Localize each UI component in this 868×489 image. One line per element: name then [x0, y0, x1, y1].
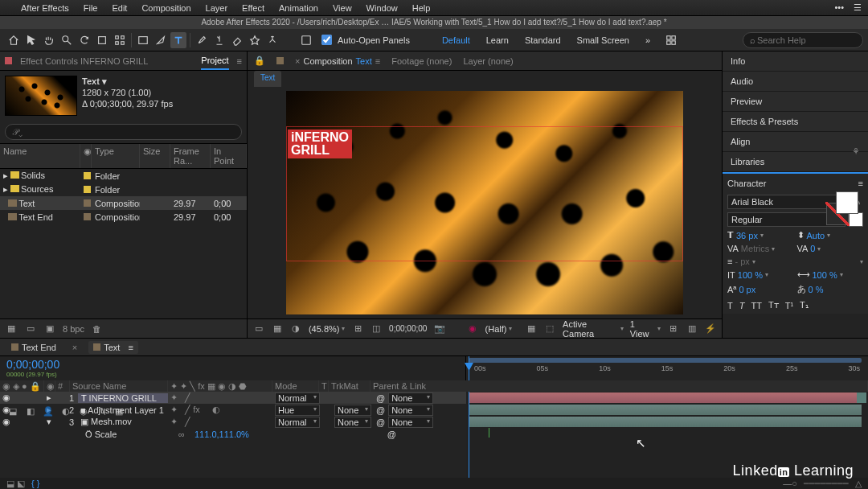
mode-dropdown[interactable]: Hue▾	[275, 405, 320, 416]
project-search-input[interactable]	[10, 126, 236, 138]
property-row[interactable]: Ö Scale ∞ 111.0,111.0% @	[0, 428, 466, 440]
tsume-value[interactable]: 0 %	[809, 285, 824, 294]
zoom-in-icon[interactable]: △	[855, 479, 862, 489]
layer-row[interactable]: ◉ ▸ 1 T INFERNO GRILL ✦ ╱ Normal▾ @None▾	[0, 392, 466, 404]
rect-tool-icon[interactable]	[135, 32, 151, 48]
always-preview-icon[interactable]: ▭	[252, 323, 264, 335]
timeline-tab[interactable]: Text≡	[88, 341, 138, 354]
app-name[interactable]: After Effects	[21, 3, 69, 13]
asset-row[interactable]: ▸ Sources Folder	[0, 183, 247, 196]
graph-editor-icon[interactable]: 〽	[95, 405, 108, 417]
faux-italic-icon[interactable]: T	[739, 301, 745, 310]
layer-track[interactable]	[469, 392, 862, 403]
workspace-learn[interactable]: Learn	[478, 35, 517, 45]
lock-icon[interactable]: 🔒	[254, 55, 265, 66]
trkmat-dropdown[interactable]: None▾	[334, 405, 371, 416]
menu-window[interactable]: Window	[366, 3, 398, 13]
clone-tool-icon[interactable]	[211, 32, 227, 48]
panel-effects-presets[interactable]: Effects & Presets	[723, 112, 868, 132]
composition-canvas[interactable]: iNFERNO GRILL	[286, 91, 683, 314]
view-layout-icon[interactable]: ▦	[525, 323, 537, 335]
menu-edit[interactable]: Edit	[112, 3, 127, 13]
effect-controls-tab[interactable]: Effect Controls INFERNO GRILL	[20, 53, 148, 69]
text-layer-inferno[interactable]: iNFERNO GRILL	[288, 129, 352, 158]
parent-dropdown[interactable]: None▾	[388, 405, 433, 416]
auto-open-panels-toggle[interactable]: Auto-Open Panels	[318, 32, 410, 47]
col-t[interactable]: T	[319, 380, 329, 392]
col-mode[interactable]: Mode	[272, 380, 319, 392]
rotation-tool-icon[interactable]	[94, 32, 110, 48]
new-folder-icon[interactable]: ▭	[24, 323, 37, 335]
work-area-bar[interactable]	[469, 358, 862, 363]
pickwhip-icon[interactable]: @	[376, 393, 385, 403]
menu-effect[interactable]: Effect	[242, 3, 264, 13]
smallcaps-icon[interactable]: Tᴛ	[768, 300, 779, 310]
trash-icon[interactable]: 🗑	[91, 323, 104, 335]
channel-icon[interactable]: ◉	[466, 323, 478, 335]
character-menu-icon[interactable]: ≡	[858, 179, 863, 188]
layer-track[interactable]	[469, 417, 862, 427]
asset-row[interactable]: Text End Composition 29.97 0;00	[0, 210, 247, 224]
col-tag-icon[interactable]: ◉	[80, 144, 92, 168]
transparency-icon[interactable]: ▦	[271, 323, 283, 335]
render-icon[interactable]: ▦	[113, 405, 125, 417]
project-item-name[interactable]: Text ▾	[82, 76, 173, 87]
res-dropdown[interactable]: (Half) ▾	[485, 324, 513, 334]
selection-tool-icon[interactable]	[23, 32, 39, 48]
hscale-value[interactable]: 100 %	[813, 270, 837, 280]
mode-dropdown[interactable]: Normal▾	[275, 417, 320, 428]
views-dropdown[interactable]: 1 View ▾	[630, 319, 661, 339]
project-search[interactable]	[5, 124, 242, 140]
menu-composition[interactable]: Composition	[141, 3, 190, 13]
col-in[interactable]: In Point	[211, 144, 247, 168]
resolution-icon[interactable]: ⊞	[351, 323, 363, 335]
menu-layer[interactable]: Layer	[206, 3, 228, 13]
col-type[interactable]: Type	[92, 144, 140, 168]
asset-row[interactable]: ▸ Solids Folder	[0, 169, 247, 183]
parent-dropdown[interactable]: None▾	[388, 417, 433, 428]
cc-library-icon[interactable]	[298, 32, 314, 48]
panel-libraries[interactable]: Libraries	[723, 152, 868, 172]
subscript-icon[interactable]: T₁	[800, 300, 809, 310]
tab-menu-icon[interactable]: ≡	[128, 343, 133, 352]
zoom-out-icon[interactable]: —○	[783, 479, 797, 488]
menu-extra-dots-icon[interactable]: •••	[834, 2, 844, 13]
puppet-tool-icon[interactable]	[264, 32, 280, 48]
parent-dropdown[interactable]: None▾	[388, 392, 433, 404]
footage-tab[interactable]: Footage (none)	[391, 53, 452, 69]
orbit-tool-icon[interactable]	[76, 32, 92, 48]
trkmat-dropdown[interactable]: None▾	[334, 417, 371, 428]
layer-row[interactable]: ◉ ▾ 3 ▣ Mesh.mov ✦ ╱ Normal▾ None▾ @None…	[0, 416, 466, 428]
menu-file[interactable]: File	[84, 3, 98, 13]
type-tool-icon[interactable]	[170, 32, 186, 48]
eraser-tool-icon[interactable]	[229, 32, 245, 48]
baseline-value[interactable]: 0 px	[739, 285, 755, 294]
menu-animation[interactable]: Animation	[279, 3, 318, 13]
home-tool-icon[interactable]	[6, 32, 22, 48]
layer-track[interactable]	[469, 405, 862, 415]
close-tab-icon[interactable]: ×	[72, 343, 77, 352]
workspace-default[interactable]: Default	[434, 35, 478, 45]
timeline-tab[interactable]: Text End	[6, 341, 61, 354]
layer-name[interactable]: Mesh.mov	[91, 417, 132, 426]
current-time-indicator[interactable]	[469, 356, 469, 380]
timeline-timecode[interactable]: 0;00;00;00	[0, 356, 66, 371]
col-trkmat[interactable]: TrkMat	[329, 380, 371, 392]
workspace-standard[interactable]: Standard	[517, 35, 569, 45]
col-source[interactable]: Source Name	[70, 380, 168, 392]
menu-help[interactable]: Help	[412, 3, 431, 13]
brackets-icon[interactable]: { }	[31, 479, 39, 488]
layer-tab[interactable]: Layer (none)	[463, 53, 513, 69]
vscale-value[interactable]: 100 %	[738, 270, 763, 280]
mode-dropdown[interactable]: Normal▾	[275, 392, 320, 404]
shy-icon[interactable]: 👤	[42, 405, 55, 417]
toggle-switches-icon[interactable]: ⬓ ⬕	[6, 479, 25, 489]
leading-value[interactable]: Auto	[807, 231, 825, 240]
col-size[interactable]: Size	[140, 144, 170, 168]
hand-tool-icon[interactable]	[41, 32, 57, 48]
workspace-small[interactable]: Small Screen	[569, 35, 637, 45]
col-name[interactable]: Name	[0, 144, 80, 168]
current-time[interactable]: 0;00;00;00	[389, 324, 427, 333]
kerning-value[interactable]: Metrics	[741, 244, 769, 253]
snapshot-icon[interactable]: 📷	[433, 323, 445, 335]
